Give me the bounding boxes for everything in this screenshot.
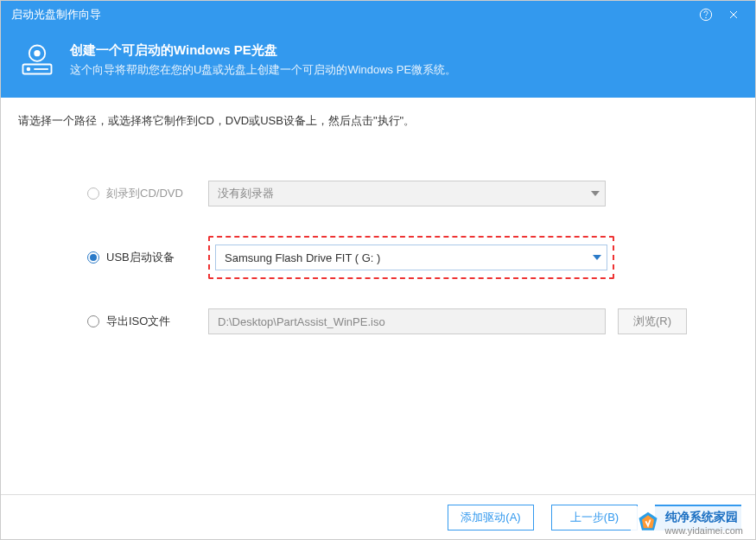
disc-drive-icon bbox=[18, 41, 56, 79]
chevron-down-icon bbox=[593, 255, 601, 260]
cd-dropdown: 没有刻录器 bbox=[208, 181, 606, 206]
usb-highlight-box: Samsung Flash Drive FIT ( G: ) bbox=[208, 236, 614, 279]
svg-point-7 bbox=[28, 68, 30, 71]
radio-usb[interactable]: USB启动设备 bbox=[87, 250, 208, 265]
wizard-window: 启动光盘制作向导 创建一个可启动的Windows PE光盘 这个向导将帮助您在您… bbox=[0, 0, 756, 540]
usb-dropdown[interactable]: Samsung Flash Drive FIT ( G: ) bbox=[215, 245, 607, 270]
watermark-logo-icon bbox=[636, 511, 660, 535]
watermark: 纯净系统家园 www.yidaimei.com bbox=[631, 506, 748, 539]
browse-button: 浏览(R) bbox=[618, 308, 687, 334]
watermark-url: www.yidaimei.com bbox=[665, 525, 743, 536]
iso-path-value: D:\Desktop\PartAssist_WinPE.iso bbox=[218, 315, 385, 328]
svg-point-5 bbox=[35, 51, 40, 55]
help-icon[interactable] bbox=[695, 3, 717, 26]
radio-cd[interactable]: 刻录到CD/DVD bbox=[87, 186, 208, 201]
option-cd-row: 刻录到CD/DVD 没有刻录器 bbox=[18, 181, 738, 206]
radio-icon bbox=[87, 315, 99, 327]
instruction-text: 请选择一个路径，或选择将它制作到CD，DVD或USB设备上，然后点击"执行"。 bbox=[18, 113, 738, 129]
radio-iso[interactable]: 导出ISO文件 bbox=[87, 314, 208, 329]
window-title: 启动光盘制作向导 bbox=[11, 7, 101, 22]
radio-usb-label: USB启动设备 bbox=[106, 250, 175, 265]
cd-dropdown-value: 没有刻录器 bbox=[218, 186, 274, 201]
titlebar: 启动光盘制作向导 bbox=[1, 1, 755, 29]
option-iso-row: 导出ISO文件 D:\Desktop\PartAssist_WinPE.iso … bbox=[18, 308, 738, 334]
radio-iso-label: 导出ISO文件 bbox=[106, 314, 170, 329]
svg-point-1 bbox=[706, 17, 707, 18]
close-icon[interactable] bbox=[722, 3, 745, 26]
content-area: 请选择一个路径，或选择将它制作到CD，DVD或USB设备上，然后点击"执行"。 … bbox=[1, 98, 755, 494]
radio-cd-label: 刻录到CD/DVD bbox=[106, 186, 183, 201]
header-subtitle: 这个向导将帮助您在您的U盘或光盘上创建一个可启动的Windows PE微系统。 bbox=[70, 62, 456, 78]
header-banner: 创建一个可启动的Windows PE光盘 这个向导将帮助您在您的U盘或光盘上创建… bbox=[1, 29, 755, 98]
iso-path-field: D:\Desktop\PartAssist_WinPE.iso bbox=[208, 308, 606, 334]
radio-icon bbox=[87, 251, 99, 264]
option-usb-row: USB启动设备 Samsung Flash Drive FIT ( G: ) bbox=[18, 236, 738, 279]
watermark-brand: 纯净系统家园 bbox=[665, 510, 743, 525]
back-button[interactable]: 上一步(B) bbox=[551, 505, 638, 530]
radio-icon bbox=[87, 187, 99, 200]
add-driver-button[interactable]: 添加驱动(A) bbox=[448, 505, 534, 530]
header-title: 创建一个可启动的Windows PE光盘 bbox=[70, 42, 456, 59]
chevron-down-icon bbox=[591, 191, 600, 196]
usb-dropdown-value: Samsung Flash Drive FIT ( G: ) bbox=[225, 251, 380, 264]
header-text: 创建一个可启动的Windows PE光盘 这个向导将帮助您在您的U盘或光盘上创建… bbox=[70, 42, 456, 78]
